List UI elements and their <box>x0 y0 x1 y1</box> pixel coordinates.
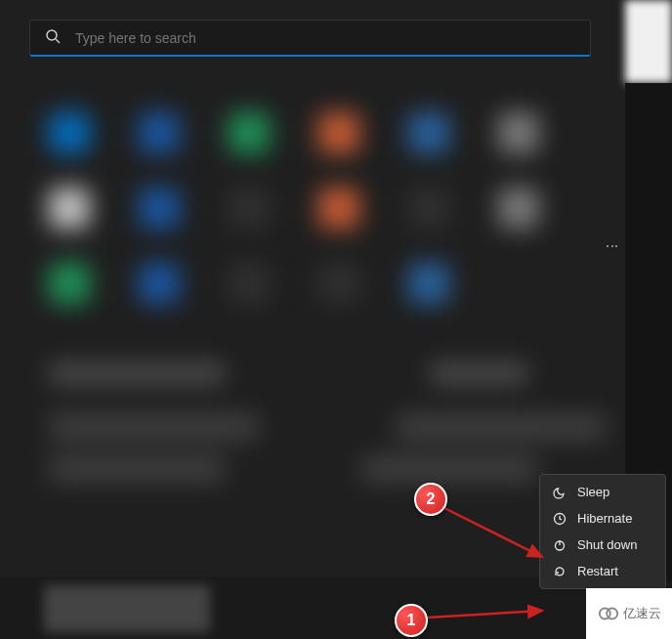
power-item-label: Sleep <box>577 485 609 499</box>
desktop-sliver <box>625 0 672 83</box>
power-menu-hibernate[interactable]: Hibernate <box>540 505 665 532</box>
power-item-label: Restart <box>577 564 618 578</box>
power-menu-shutdown[interactable]: Shut down <box>540 532 665 558</box>
power-menu-sleep[interactable]: Sleep <box>540 479 665 505</box>
watermark-text: 亿速云 <box>623 605 661 622</box>
search-icon <box>45 28 61 48</box>
search-input[interactable] <box>75 30 575 46</box>
power-item-label: Shut down <box>577 537 637 552</box>
start-footer <box>0 578 625 639</box>
start-menu-panel: ⋮ <box>0 0 625 576</box>
annotation-badge-2: 2 <box>414 483 447 516</box>
power-menu: Sleep Hibernate Shut down Restart <box>539 474 666 589</box>
moon-icon <box>552 486 567 499</box>
svg-point-10 <box>607 609 617 619</box>
watermark-logo-icon <box>598 603 619 624</box>
more-dots-icon[interactable]: ⋮ <box>605 239 620 256</box>
svg-point-0 <box>47 30 57 40</box>
clock-icon <box>552 512 567 526</box>
power-menu-restart[interactable]: Restart <box>540 558 665 584</box>
restart-icon <box>552 565 567 578</box>
pinned-apps-blurred <box>20 73 606 562</box>
search-bar[interactable] <box>29 20 591 57</box>
annotation-badge-1: 1 <box>395 604 428 637</box>
user-account-chip[interactable] <box>44 585 210 632</box>
power-icon <box>552 538 567 552</box>
watermark: 亿速云 <box>586 588 672 639</box>
power-item-label: Hibernate <box>577 511 632 526</box>
svg-line-1 <box>56 39 60 43</box>
